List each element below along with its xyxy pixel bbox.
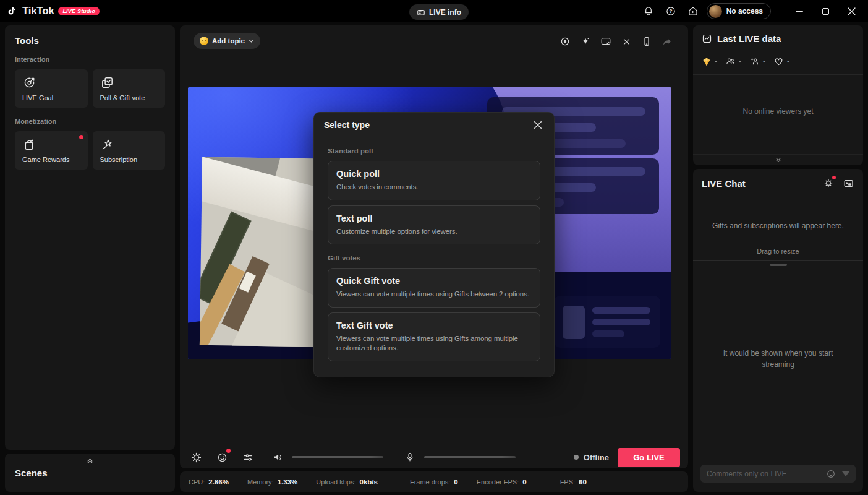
chevron-double-up-icon xyxy=(87,457,93,464)
section-label-interaction: Interaction xyxy=(15,56,165,63)
scenes-title: Scenes xyxy=(15,468,165,478)
option-text-gift-vote[interactable]: Text Gift vote Viewers can vote multiple… xyxy=(328,312,540,361)
brand: TikTok LIVE Studio xyxy=(0,5,100,17)
tools-panel: Tools Interaction LIVE Goal Poll & Gift … xyxy=(5,25,175,450)
home-button[interactable] xyxy=(684,2,702,20)
share-button[interactable] xyxy=(660,34,674,49)
help-icon: ? xyxy=(665,6,676,17)
performance-status-bar: CPU: 2.86% Memory: 1.33% Upload kbps: 0k… xyxy=(180,471,688,492)
speaker-button[interactable] xyxy=(270,449,286,465)
mixer-button[interactable] xyxy=(240,449,256,465)
collapse-panel-button[interactable] xyxy=(693,154,863,165)
titlebar-separator xyxy=(780,6,780,17)
likes-icon xyxy=(773,56,784,67)
sparkle-icon xyxy=(580,36,591,47)
no-viewers-text: No online viewers yet xyxy=(693,107,863,116)
chat-input[interactable] xyxy=(707,470,820,478)
webcam-frame xyxy=(200,157,317,347)
sliders-icon xyxy=(242,452,254,463)
chat-settings-button[interactable] xyxy=(822,177,835,189)
live-goal-icon xyxy=(22,75,80,90)
help-button[interactable]: ? xyxy=(662,2,679,20)
cpu-stat: CPU: 2.86% xyxy=(189,478,229,486)
account-button[interactable]: No access xyxy=(707,3,771,19)
option-text-poll[interactable]: Text poll Customize multiple options for… xyxy=(328,205,540,245)
subscription-icon xyxy=(100,137,158,152)
go-live-button[interactable]: Go LIVE xyxy=(618,448,680,467)
game-rewards-icon xyxy=(22,137,80,152)
upload-stat: Upload kbps: 0kb/s xyxy=(316,478,378,486)
likes-stat: - xyxy=(773,56,789,67)
panel-check-button[interactable] xyxy=(598,34,613,49)
tool-label: LIVE Goal xyxy=(22,94,80,101)
encoder-fps-stat: Encoder FPS: 0 xyxy=(477,478,527,486)
close-icon xyxy=(848,7,856,15)
mobile-icon xyxy=(641,36,652,47)
add-topic-button[interactable]: Add topic xyxy=(194,33,260,49)
tool-label: Poll & Gift vote xyxy=(100,94,158,101)
notification-dot xyxy=(832,176,836,179)
tool-label: Game Rewards xyxy=(22,156,80,163)
mic-button[interactable] xyxy=(402,449,418,465)
option-quick-gift-vote[interactable]: Quick Gift vote Viewers can vote multipl… xyxy=(328,268,540,308)
section-label-monetization: Monetization xyxy=(15,118,165,125)
enhance-face-button[interactable] xyxy=(214,449,230,465)
record-button[interactable] xyxy=(558,34,572,49)
emoji-icon[interactable] xyxy=(826,469,836,479)
tool-card-poll-gift-vote[interactable]: Poll & Gift vote xyxy=(93,69,166,108)
speaker-icon xyxy=(272,452,283,463)
live-chat-panel: LIVE Chat Gifts and subscriptions will a… xyxy=(693,169,863,492)
face-icon xyxy=(216,452,228,463)
maximize-button[interactable] xyxy=(815,2,836,20)
tool-label: Subscription xyxy=(100,156,158,163)
viewers-stat: - xyxy=(725,56,741,67)
live-studio-badge: LIVE Studio xyxy=(58,7,100,15)
mic-icon xyxy=(404,452,415,463)
live-info-label: LIVE info xyxy=(429,8,461,17)
mobile-view-button[interactable] xyxy=(639,34,654,49)
modal-section-gift-votes: Gift votes xyxy=(328,254,540,262)
chart-icon xyxy=(702,33,712,44)
enhance-button[interactable] xyxy=(578,34,593,49)
viewers-icon xyxy=(725,56,736,67)
offline-status-dot xyxy=(574,455,579,460)
stream-settings-button[interactable] xyxy=(188,449,204,465)
close-button[interactable] xyxy=(841,2,862,20)
no-access-label: No access xyxy=(726,7,763,15)
tool-card-game-rewards[interactable]: Game Rewards xyxy=(15,131,88,170)
chat-offline-hint: It would be shown when you start streami… xyxy=(707,348,849,370)
close-icon xyxy=(534,121,542,129)
modal-close-button[interactable] xyxy=(532,119,544,131)
mock-gift-card xyxy=(554,296,660,348)
svg-text:?: ? xyxy=(669,9,672,14)
notifications-button[interactable] xyxy=(640,2,657,20)
cross-icon xyxy=(621,37,632,47)
mic-volume-slider[interactable] xyxy=(424,456,516,458)
hide-ui-button[interactable] xyxy=(619,34,634,49)
popout-chat-button[interactable] xyxy=(842,177,854,189)
new-followers-stat: - xyxy=(749,56,765,67)
last-live-data-panel: Last LIVE data - - - - No online viewers… xyxy=(693,25,863,165)
bell-icon xyxy=(643,6,654,17)
offline-status-label: Offline xyxy=(584,453,609,462)
gear-icon xyxy=(190,452,202,463)
speaker-volume-slider[interactable] xyxy=(292,456,383,458)
send-icon[interactable] xyxy=(842,471,849,476)
tiktok-logo-icon xyxy=(7,6,18,17)
minimize-button[interactable] xyxy=(789,2,810,20)
topic-emoji-icon xyxy=(200,37,208,45)
resize-handle[interactable] xyxy=(770,264,787,266)
diamond-icon xyxy=(702,57,712,67)
tool-card-live-goal[interactable]: LIVE Goal xyxy=(15,69,88,108)
expand-scenes-button[interactable] xyxy=(15,456,165,464)
option-quick-poll[interactable]: Quick poll Check votes in comments. xyxy=(328,161,540,200)
home-icon xyxy=(687,6,699,17)
popout-icon xyxy=(843,178,854,189)
live-info-button[interactable]: LIVE info xyxy=(409,4,469,20)
share-icon xyxy=(662,36,673,47)
diamonds-stat: - xyxy=(702,57,717,67)
tool-card-subscription[interactable]: Subscription xyxy=(93,131,166,170)
notification-dot xyxy=(226,449,231,453)
fps-stat: FPS: 60 xyxy=(560,478,587,486)
notification-dot xyxy=(79,135,83,139)
